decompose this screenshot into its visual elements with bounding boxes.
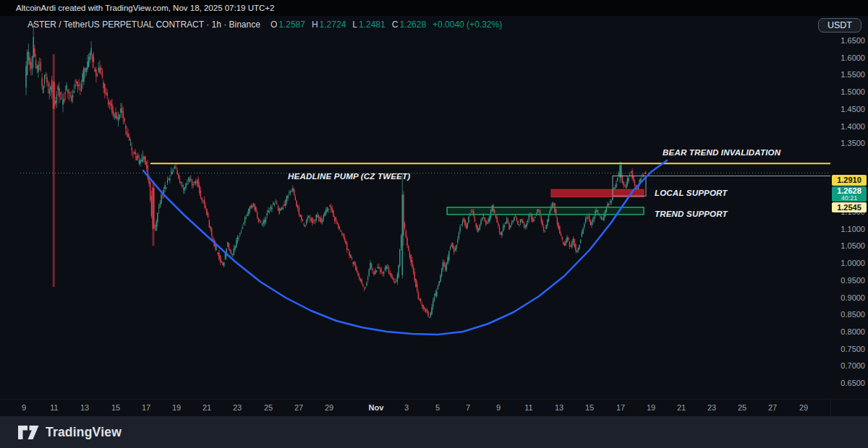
time-tick: 5 xyxy=(435,403,440,412)
price-tick: 0.9500 xyxy=(830,276,865,285)
annotation-bear-trend-invalidation[interactable]: BEAR TREND INVALIDATION xyxy=(663,148,780,157)
price-tick: 0.9000 xyxy=(830,293,865,302)
high-value: 1.2724 xyxy=(320,20,346,30)
time-tick: 19 xyxy=(647,403,655,412)
close-value: 1.2628 xyxy=(399,20,426,30)
price-tick: 1.4500 xyxy=(830,105,865,113)
price-tick: 1.0000 xyxy=(830,259,865,267)
time-tick: 7 xyxy=(466,403,470,412)
time-tick: 3 xyxy=(404,403,409,412)
attribution-bar: AltcoinArdi created with TradingView.com… xyxy=(0,0,868,16)
time-tick: 27 xyxy=(294,403,303,412)
tradingview-chart-page: AltcoinArdi created with TradingView.com… xyxy=(0,0,868,448)
time-tick: 21 xyxy=(203,403,211,412)
price-tick: 0.6500 xyxy=(830,379,865,387)
open-label: O xyxy=(271,20,277,30)
bar-countdown: 40:21 xyxy=(832,195,867,202)
price-tick: 1.3500 xyxy=(830,139,865,147)
time-tick: 29 xyxy=(325,403,333,412)
trend-curve xyxy=(143,160,667,335)
current-price-value: 1.2628 xyxy=(832,187,867,195)
high-label: H xyxy=(312,20,318,30)
price-tick: 1.6000 xyxy=(830,53,865,62)
price-tick: 0.7500 xyxy=(830,345,865,353)
price-tick: 1.1000 xyxy=(830,225,865,233)
ohlc-values: O1.2587 H1.2724 L1.2481 C1.2628 +0.0040 … xyxy=(271,20,502,30)
time-tick-month: Nov xyxy=(369,403,384,412)
time-tick: 23 xyxy=(233,403,242,412)
time-tick: 13 xyxy=(80,403,89,412)
symbol-legend[interactable]: ASTER / TetherUS PERPETUAL CONTRACT · 1h… xyxy=(27,19,502,30)
price-tick: 1.6500 xyxy=(830,36,865,45)
annotation-trend-support[interactable]: TREND SUPPORT xyxy=(655,210,728,218)
price-tick: 0.8000 xyxy=(830,327,865,336)
footer-brand-bar: TradingView xyxy=(0,416,868,448)
currency-toggle-label: USDT xyxy=(827,20,852,30)
time-axis[interactable]: 911131517192123252729Nov3579111315171921… xyxy=(0,399,868,416)
price-tick: 0.7000 xyxy=(830,361,865,370)
time-tick: 27 xyxy=(768,403,777,412)
time-tick: 25 xyxy=(264,403,273,412)
price-axis[interactable]: 1.2910 1.2628 40:21 1.2545 1.65001.60001… xyxy=(830,16,868,399)
tradingview-brand-name[interactable]: TradingView xyxy=(46,425,122,440)
price-label-current: 1.2628 40:21 xyxy=(832,186,867,202)
price-tick: 1.5000 xyxy=(830,87,865,96)
low-value: 1.2481 xyxy=(359,20,386,30)
price-tick: 1.5500 xyxy=(830,70,865,79)
time-tick: 11 xyxy=(50,403,58,412)
time-tick: 19 xyxy=(172,403,181,412)
time-tick: 17 xyxy=(616,403,625,412)
low-label: L xyxy=(352,20,357,30)
time-tick: 21 xyxy=(677,403,686,412)
price-label-invalidation: 1.2910 xyxy=(832,175,867,186)
change-value: +0.0040 (+0.32%) xyxy=(433,20,502,30)
symbol-title[interactable]: ASTER / TetherUS PERPETUAL CONTRACT · 1h… xyxy=(27,20,260,30)
time-tick: 11 xyxy=(524,403,532,412)
time-tick: 23 xyxy=(707,403,716,412)
tradingview-logo-icon[interactable] xyxy=(17,425,39,440)
time-tick: 25 xyxy=(738,403,746,412)
time-tick: 13 xyxy=(555,403,563,412)
trend-support-zone xyxy=(447,207,644,215)
price-tick: 1.4000 xyxy=(830,122,865,131)
open-value: 1.2587 xyxy=(278,20,305,30)
candlestick-chart-canvas[interactable] xyxy=(0,0,868,416)
price-label-support: 1.2545 xyxy=(832,202,867,212)
time-tick: 9 xyxy=(22,403,26,412)
price-tick: 1.0500 xyxy=(830,241,865,250)
close-label: C xyxy=(392,20,399,30)
time-tick: 15 xyxy=(111,403,120,412)
currency-toggle-button[interactable]: USDT xyxy=(818,18,861,33)
time-tick: 15 xyxy=(585,403,594,412)
attribution-text: AltcoinArdi created with TradingView.com… xyxy=(16,4,274,12)
annotation-headline-pump[interactable]: HEADLINE PUMP (CZ TWEET) xyxy=(288,172,410,181)
price-tick: 0.8500 xyxy=(830,310,865,319)
time-tick: 9 xyxy=(496,403,501,412)
annotation-local-support[interactable]: LOCAL SUPPORT xyxy=(655,189,728,197)
time-tick: 29 xyxy=(799,403,808,412)
time-tick: 17 xyxy=(142,403,150,412)
